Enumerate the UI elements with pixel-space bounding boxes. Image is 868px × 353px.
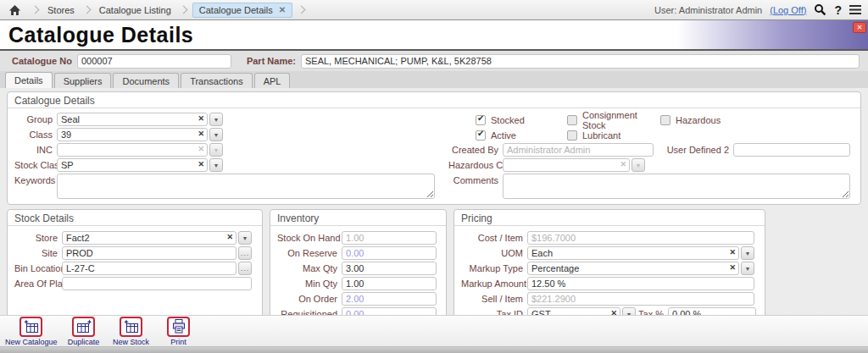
- markup-amount-label: Markup Amount: [461, 279, 527, 289]
- catalogue-no-input[interactable]: [77, 54, 231, 69]
- content-area: Catalogue Details Group ✕ ▼ Class ✕ ▼ IN…: [0, 88, 868, 315]
- user-defined-2-input[interactable]: [733, 143, 850, 157]
- part-name-input[interactable]: [301, 54, 860, 69]
- consignment-stock-checkbox[interactable]: Consignment Stock: [567, 110, 660, 130]
- checkbox-icon: [660, 115, 670, 125]
- class-dropdown-button[interactable]: ▼: [209, 128, 223, 141]
- stock-on-hand-label: Stock On Hand: [277, 233, 342, 243]
- user-defined-2-label: User Defined 2: [654, 145, 733, 155]
- sell-item-input: [527, 292, 754, 306]
- site-input[interactable]: [62, 246, 236, 260]
- clear-icon[interactable]: ✕: [226, 232, 233, 243]
- checkbox-icon: [567, 130, 577, 141]
- max-qty-label: Max Qty: [277, 263, 342, 273]
- hazardous-checkbox[interactable]: Hazardous: [660, 115, 721, 125]
- keywords-textarea[interactable]: [57, 174, 435, 199]
- breadcrumb-chevron-icon: [179, 6, 187, 14]
- uom-dropdown-button[interactable]: ▼: [741, 246, 754, 260]
- stock-class-label: Stock Class: [14, 160, 57, 170]
- breadcrumb-catalogue-details[interactable]: Catalogue Details ✕: [192, 3, 292, 18]
- cost-item-label: Cost / Item: [461, 233, 527, 243]
- markup-type-input[interactable]: [527, 262, 739, 275]
- catalogue-details-panel-title: Catalogue Details: [8, 92, 860, 108]
- tab-documents[interactable]: Documents: [113, 73, 179, 88]
- home-button[interactable]: [3, 3, 26, 18]
- bin-location-input[interactable]: [62, 262, 236, 275]
- hamburger-icon: [849, 5, 861, 14]
- breadcrumb-stores[interactable]: Stores: [44, 3, 78, 18]
- pricing-panel: Pricing Cost / Item UOM ✕ ▼ Markup Type …: [453, 209, 765, 315]
- hazardous-class-label: Hazardous Class: [448, 160, 503, 170]
- clear-icon[interactable]: ✕: [198, 159, 204, 170]
- markup-type-dropdown-button[interactable]: ▼: [741, 262, 754, 275]
- checkbox-icon: [567, 115, 577, 125]
- search-button[interactable]: [814, 3, 826, 16]
- catalogue-no-label: Catalogue No: [12, 56, 77, 66]
- inc-dropdown-button[interactable]: ▼: [209, 143, 223, 157]
- on-reserve-input[interactable]: [342, 246, 437, 260]
- lubricant-checkbox[interactable]: Lubricant: [567, 130, 660, 141]
- tax-pct-label: Tax %: [636, 309, 668, 315]
- stock-on-hand-input: [342, 231, 437, 245]
- clear-icon[interactable]: ✕: [610, 308, 617, 315]
- print-button[interactable]: Print: [158, 317, 200, 346]
- markup-amount-input[interactable]: [527, 277, 754, 290]
- search-icon: [814, 3, 826, 16]
- header-fields-row: Catalogue No Part Name:: [0, 51, 868, 71]
- stock-details-panel: Stock Details Store ✕ ▼ Site ... Bin Loc…: [7, 209, 263, 315]
- clear-icon[interactable]: ✕: [729, 262, 736, 273]
- stocked-checkbox[interactable]: Stocked: [476, 115, 567, 125]
- max-qty-input[interactable]: [342, 262, 437, 275]
- requisitioned-input[interactable]: [342, 307, 437, 315]
- store-input[interactable]: [62, 231, 236, 245]
- clear-icon[interactable]: ✕: [729, 247, 736, 258]
- group-label: Group: [14, 114, 57, 124]
- group-dropdown-button[interactable]: ▼: [209, 113, 223, 126]
- site-lookup-button[interactable]: ...: [238, 246, 252, 260]
- sell-item-label: Sell / Item: [461, 294, 527, 304]
- close-tab-icon[interactable]: ✕: [279, 5, 286, 14]
- site-label: Site: [14, 248, 62, 258]
- logoff-link[interactable]: (Log Off): [770, 5, 806, 15]
- active-checkbox[interactable]: Active: [476, 130, 567, 141]
- comments-textarea[interactable]: [503, 174, 850, 199]
- clear-icon: ✕: [620, 159, 626, 170]
- inc-input[interactable]: [57, 143, 208, 157]
- clear-icon[interactable]: ✕: [198, 113, 204, 124]
- new-stock-button[interactable]: New Stock: [110, 317, 153, 346]
- stock-class-dropdown-button[interactable]: ▼: [209, 158, 223, 172]
- min-qty-input[interactable]: [342, 277, 437, 290]
- hazardous-class-input[interactable]: [503, 158, 630, 172]
- tab-suppliers[interactable]: Suppliers: [54, 73, 112, 88]
- uom-input[interactable]: [527, 246, 739, 260]
- stock-class-input[interactable]: [57, 158, 208, 172]
- created-by-input: [503, 143, 654, 157]
- new-catalogue-button[interactable]: New Catalogue: [5, 317, 58, 346]
- tax-id-dropdown-button[interactable]: ▼: [622, 307, 636, 315]
- breadcrumb-catalogue-listing[interactable]: Catalogue Listing: [96, 3, 175, 18]
- menu-button[interactable]: [849, 5, 861, 14]
- help-icon[interactable]: ?: [834, 3, 842, 17]
- tab-transactions[interactable]: Transactions: [181, 73, 253, 88]
- on-order-input[interactable]: [342, 292, 437, 306]
- close-window-button[interactable]: ✕: [853, 22, 866, 33]
- clear-icon[interactable]: ✕: [198, 129, 204, 140]
- hazardous-class-dropdown-button[interactable]: ▼: [632, 158, 645, 172]
- tab-details[interactable]: Details: [5, 72, 53, 88]
- comments-label: Comments: [448, 174, 503, 185]
- area-of-plant-input[interactable]: [62, 277, 252, 290]
- class-input[interactable]: [57, 128, 208, 141]
- tab-apl[interactable]: APL: [254, 73, 291, 88]
- stock-details-panel-title: Stock Details: [8, 210, 262, 226]
- group-input[interactable]: [57, 113, 208, 126]
- inc-label: INC: [14, 145, 57, 155]
- inventory-panel-title: Inventory: [270, 210, 446, 226]
- print-icon: [171, 319, 186, 334]
- catalogue-details-panel: Catalogue Details Group ✕ ▼ Class ✕ ▼ IN…: [7, 91, 861, 205]
- tax-pct-input[interactable]: [668, 307, 756, 315]
- store-dropdown-button[interactable]: ▼: [238, 231, 252, 245]
- bin-location-lookup-button[interactable]: ...: [238, 262, 252, 275]
- tax-id-input[interactable]: [527, 307, 620, 315]
- duplicate-button[interactable]: Duplicate: [63, 317, 105, 346]
- markup-type-label: Markup Type: [461, 263, 527, 273]
